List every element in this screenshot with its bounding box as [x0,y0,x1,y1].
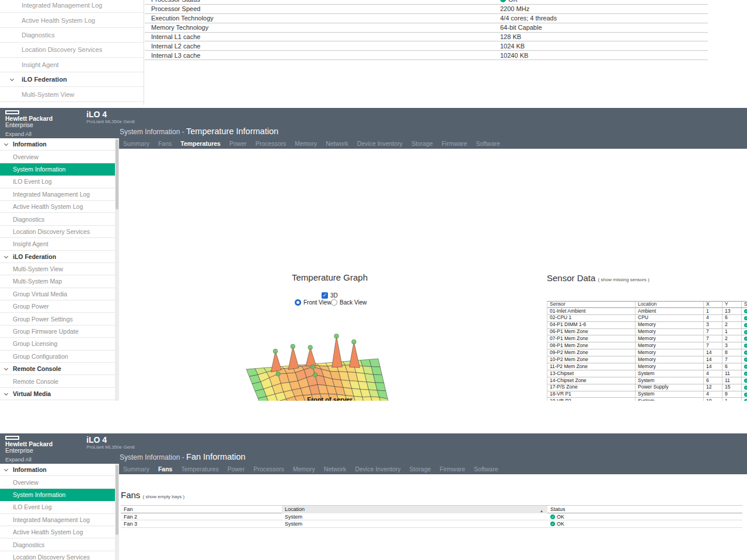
tab[interactable]: Fans [158,466,173,473]
sidebar-item[interactable]: Group Power [0,300,115,313]
sidebar-item[interactable]: Remote Console [0,375,115,387]
sidebar-item[interactable]: Active Health System Log [0,13,144,27]
sensor-status: ✓OK [742,322,747,328]
sidebar-item-label: Multi-System Map [13,278,62,285]
sidebar-item[interactable]: iLO Federation [0,72,144,87]
sidebar-scrollbar[interactable] [115,138,119,401]
tab[interactable]: Processors [256,140,287,147]
sidebar-item-label: Active Health System Log [13,203,83,210]
col-x[interactable]: X [704,302,722,307]
sensor-location: CPU [636,315,704,321]
sensor-status: ✓OK [742,329,747,335]
col-status[interactable]: Status [742,302,747,307]
temperature-3d-surface-chart[interactable] [242,315,417,401]
col-status[interactable]: Status [547,506,742,513]
tab[interactable]: Firmware [439,466,465,473]
sidebar-item[interactable]: Overview [0,150,115,163]
col-y[interactable]: Y [722,302,742,307]
show-empty-bays-link[interactable]: ( show empty bays ) [143,494,185,499]
sidebar-item[interactable]: iLO Federation [0,251,115,263]
sidebar-item[interactable]: Multi-System View [0,87,144,102]
tab[interactable]: Memory [295,140,317,147]
sensor-y: 6 [722,315,742,321]
expand-all-link[interactable]: Expand All [5,131,32,137]
col-location[interactable]: Location▲ [282,506,547,513]
sidebar-item[interactable]: Location Discovery Services [0,226,115,238]
sidebar-item[interactable]: Remote Console [0,363,115,375]
status-ok-icon: ✓ [744,393,747,397]
table-row: 02-CPU 1 CPU 4 6 ✓OK [547,315,747,322]
sensor-status: ✓OK [742,315,747,321]
sidebar-item[interactable]: System Information [0,489,115,501]
sidebar-item[interactable]: iLO Event Log [0,501,115,513]
sidebar-item[interactable]: Integrated Management Log [0,188,115,201]
sidebar-item[interactable]: Group Power Settings [0,313,115,325]
tab[interactable]: Temperatures [181,466,218,473]
sidebar-item[interactable]: Location Discovery Services [0,551,115,560]
sidebar-item[interactable]: Insight Agent [0,238,115,250]
sidebar-item-label: Group Power [13,303,49,310]
fan-table-header: Fan Location▲ Status [121,505,742,513]
col-sensor[interactable]: Sensor [547,302,636,307]
sidebar-item[interactable]: Integrated Management Log [0,514,115,526]
front-view-radio[interactable] [295,299,301,306]
expand-all-link[interactable]: Expand All [5,456,32,463]
tab[interactable]: Temperatures [180,140,221,147]
sidebar-item[interactable]: Multi-System View [0,263,115,275]
sidebar-item[interactable]: Location Discovery Services [0,43,144,57]
3d-checkbox[interactable]: ✓ [322,292,328,299]
sidebar-item[interactable]: System Information [0,163,115,176]
brand-line2: Enterprise [5,447,53,454]
sidebar-item[interactable]: Active Health System Log [0,526,115,538]
tab[interactable]: Device Inventory [355,466,400,473]
tab[interactable]: Processors [253,466,284,473]
sidebar-item[interactable]: Diagnostics [0,28,144,43]
tab[interactable]: Firmware [442,140,467,147]
tab[interactable]: Storage [411,140,433,147]
tab[interactable]: Summary [123,466,149,473]
tab[interactable]: Network [324,466,347,473]
sidebar-item[interactable]: iLO Event Log [0,176,115,188]
hpe-logo: Hewlett Packard Enterprise [5,110,53,128]
tab[interactable]: Network [326,140,348,147]
sidebar-item[interactable]: Integrated Management Log [0,0,144,13]
row-label: Processor Speed [151,5,200,12]
tab[interactable]: Summary [123,140,149,147]
sidebar-item[interactable]: Multi-System Map [0,275,115,288]
col-location[interactable]: Location [636,302,704,307]
sidebar-item[interactable]: Information [0,464,115,476]
show-missing-sensors-link[interactable]: ( show missing sensors ) [598,277,650,282]
sidebar-item-label: Multi-System View [22,91,74,98]
row-value: ✓ 2200 MHz [500,5,529,12]
tab[interactable]: Device Inventory [357,140,403,147]
tab[interactable]: Memory [293,466,315,473]
scrollbar-thumb[interactable] [116,465,118,535]
status-ok-icon: ✓ [744,316,747,320]
sidebar-item[interactable]: Diagnostics [0,538,115,551]
sidebar-item[interactable]: Virtual Media [0,388,115,400]
back-view-radio[interactable] [331,299,337,306]
sensor-status: ✓OK [742,391,747,398]
tab[interactable]: Fans [158,140,172,147]
chevron-down-icon [4,366,8,370]
tab[interactable]: Software [476,140,500,147]
fan-location: System [282,520,547,527]
sidebar-item[interactable]: Group Configuration [0,351,115,363]
sidebar-item[interactable]: Information [0,138,115,150]
sidebar: Information Overview System Information … [0,464,115,560]
tab[interactable]: Software [474,466,498,473]
sidebar-item[interactable]: Group Firmware Update [0,326,115,338]
scrollbar-thumb[interactable] [116,139,118,209]
sidebar-item[interactable]: Group Virtual Media [0,288,115,300]
sensor-name: 11-P2 Mem Zone [547,363,636,370]
sidebar-item[interactable]: Active Health System Log [0,201,115,213]
tab[interactable]: Storage [410,466,431,473]
tab[interactable]: Power [228,466,245,473]
sidebar-item[interactable]: Overview [0,476,115,488]
sidebar-scrollbar[interactable] [115,464,119,560]
tab[interactable]: Power [229,140,247,147]
col-fan[interactable]: Fan [121,506,282,513]
sidebar-item[interactable]: Diagnostics [0,213,115,225]
sidebar-item[interactable]: Insight Agent [0,58,144,72]
sidebar-item[interactable]: Group Licensing [0,338,115,350]
